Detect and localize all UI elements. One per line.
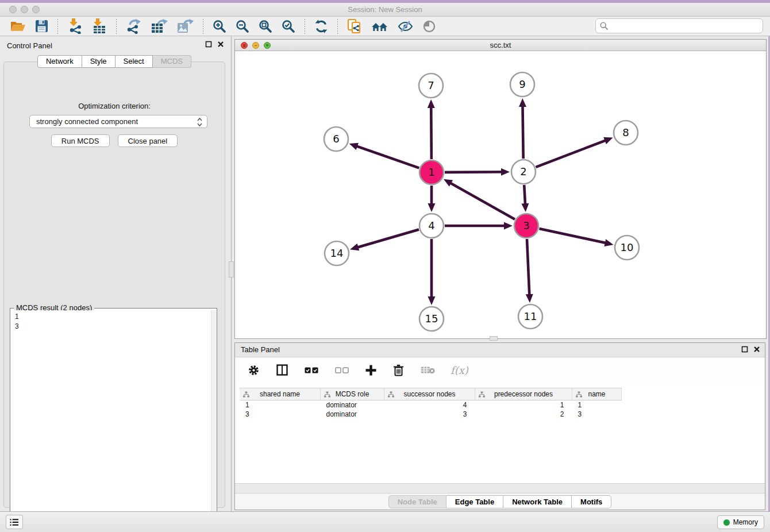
graph-node-14[interactable]: 14 <box>325 241 349 265</box>
tab-select[interactable]: Select <box>116 55 153 68</box>
table-cell[interactable]: 4 <box>384 400 475 410</box>
mcds-result-list[interactable]: 13 <box>11 310 211 528</box>
run-mcds-button[interactable]: Run MCDS <box>51 134 110 147</box>
clone-network-button[interactable] <box>346 17 363 36</box>
graph-node-9[interactable]: 9 <box>510 72 534 97</box>
scrollbar[interactable] <box>211 310 216 528</box>
toolbar-separator <box>116 19 117 34</box>
table-cell[interactable]: 3 <box>240 410 321 419</box>
import-network-button[interactable] <box>66 17 84 35</box>
refresh-view-button[interactable] <box>313 18 329 34</box>
graph-node-3[interactable]: 3 <box>514 214 538 238</box>
criterion-select[interactable]: strongly connected component <box>29 115 207 128</box>
graph-edge-4-15[interactable] <box>428 239 436 305</box>
open-file-button[interactable] <box>9 18 27 34</box>
tab-motifs[interactable]: Motifs <box>572 495 611 508</box>
table-cell[interactable]: 1 <box>240 400 321 410</box>
table-cell[interactable]: 3 <box>384 410 475 419</box>
tab-node-table[interactable]: Node Table <box>388 495 446 508</box>
select-all-button[interactable] <box>303 366 319 375</box>
toolbar-separator <box>305 19 305 34</box>
export-table-button[interactable] <box>150 17 169 35</box>
tab-mcds[interactable]: MCDS <box>153 55 191 68</box>
zoom-selected-button[interactable] <box>280 18 297 34</box>
close-panel-icon[interactable] <box>753 346 760 353</box>
table-cell[interactable]: 3 <box>572 410 622 419</box>
hierarchy-icon <box>576 391 582 398</box>
search-field[interactable] <box>595 18 763 33</box>
node-table: shared nameMCDS rolesuccessor nodesprede… <box>240 388 622 419</box>
deselect-all-button[interactable] <box>334 366 350 375</box>
graph-edge-4-3[interactable] <box>445 222 513 230</box>
graph-edge-3-11[interactable] <box>526 239 533 303</box>
graph-edge-3-1[interactable] <box>444 179 515 219</box>
network-canvas[interactable]: 7968124314101511 <box>235 51 766 338</box>
graph-node-10[interactable]: 10 <box>615 236 639 260</box>
graph-node-6[interactable]: 6 <box>324 127 348 151</box>
column-header-name[interactable]: name <box>572 388 622 400</box>
graph-edge-1-6[interactable] <box>349 143 419 168</box>
close-panel-icon[interactable] <box>217 41 224 48</box>
table-row[interactable]: 1dominator411 <box>240 400 622 410</box>
graph-edge-2-3[interactable] <box>521 185 529 212</box>
column-header-successor-nodes[interactable]: successor nodes <box>384 388 475 400</box>
search-input[interactable] <box>611 21 763 31</box>
clone-network-icon <box>347 18 362 34</box>
float-panel-icon[interactable] <box>741 346 748 353</box>
mcds-result-item[interactable]: 1 <box>15 312 211 322</box>
graph-node-1[interactable]: 1 <box>419 160 444 184</box>
show-columns-button[interactable] <box>275 363 289 377</box>
table-cell[interactable]: 2 <box>475 410 572 419</box>
table-cell[interactable]: dominator <box>321 400 384 410</box>
toggle-visibility-button[interactable] <box>421 18 437 34</box>
graph-node-11[interactable]: 11 <box>518 304 542 329</box>
delete-table-button[interactable] <box>419 365 436 375</box>
delete-column-button[interactable] <box>392 363 405 377</box>
task-history-button[interactable] <box>6 515 23 529</box>
table-cell[interactable]: 1 <box>572 400 622 410</box>
graph-edge-1-4[interactable] <box>428 186 436 212</box>
table-options-button[interactable] <box>247 363 261 377</box>
memory-button[interactable]: Memory <box>717 515 764 529</box>
table-cell[interactable]: dominator <box>321 410 384 419</box>
zoom-out-button[interactable] <box>234 18 251 34</box>
graph-edge-1-2[interactable] <box>445 168 510 176</box>
column-header-predecessor-nodes[interactable]: predecessor nodes <box>475 388 572 400</box>
toggle-style-button[interactable] <box>396 18 414 34</box>
close-panel-button[interactable]: Close panel <box>118 134 178 147</box>
export-network-button[interactable] <box>125 17 143 35</box>
function-builder-icon[interactable]: f(x) <box>451 364 468 376</box>
import-table-button[interactable] <box>91 17 108 35</box>
zoom-in-button[interactable] <box>211 18 228 34</box>
export-table-icon <box>151 18 168 34</box>
zoom-fit-button[interactable] <box>257 18 274 34</box>
graph-node-7[interactable]: 7 <box>419 74 443 98</box>
graph-edge-2-9[interactable] <box>519 98 526 159</box>
create-column-button[interactable] <box>364 364 378 377</box>
tab-network[interactable]: Network <box>37 55 82 68</box>
column-header-MCDS-role[interactable]: MCDS role <box>321 388 384 400</box>
table-panel-tabs: Node TableEdge TableNetwork TableMotifs <box>235 494 765 510</box>
tab-style[interactable]: Style <box>82 55 116 68</box>
graph-node-8[interactable]: 8 <box>614 121 638 145</box>
export-image-button[interactable] <box>176 17 195 35</box>
tab-network-table[interactable]: Network Table <box>503 495 572 508</box>
graph-edge-3-10[interactable] <box>539 229 613 246</box>
table-cell[interactable]: 1 <box>475 400 572 410</box>
tab-edge-table[interactable]: Edge Table <box>446 495 503 508</box>
column-header-shared-name[interactable]: shared name <box>240 388 321 400</box>
home-button[interactable] <box>370 18 390 34</box>
graph-node-2[interactable]: 2 <box>511 160 536 184</box>
panel-divider-handle[interactable] <box>229 261 234 277</box>
graph-node-15[interactable]: 15 <box>419 307 444 331</box>
float-panel-icon[interactable] <box>205 41 212 48</box>
graph-edge-2-8[interactable] <box>536 137 613 167</box>
graph-edge-1-7[interactable] <box>428 99 435 159</box>
network-window-titlebar[interactable]: x – + scc.txt <box>235 40 766 51</box>
save-session-button[interactable] <box>34 18 49 34</box>
mcds-result-item[interactable]: 3 <box>15 322 211 331</box>
graph-node-4[interactable]: 4 <box>419 214 444 238</box>
window-resize-handle[interactable] <box>490 336 498 341</box>
graph-edge-4-14[interactable] <box>350 229 419 250</box>
table-row[interactable]: 3dominator323 <box>240 410 622 419</box>
